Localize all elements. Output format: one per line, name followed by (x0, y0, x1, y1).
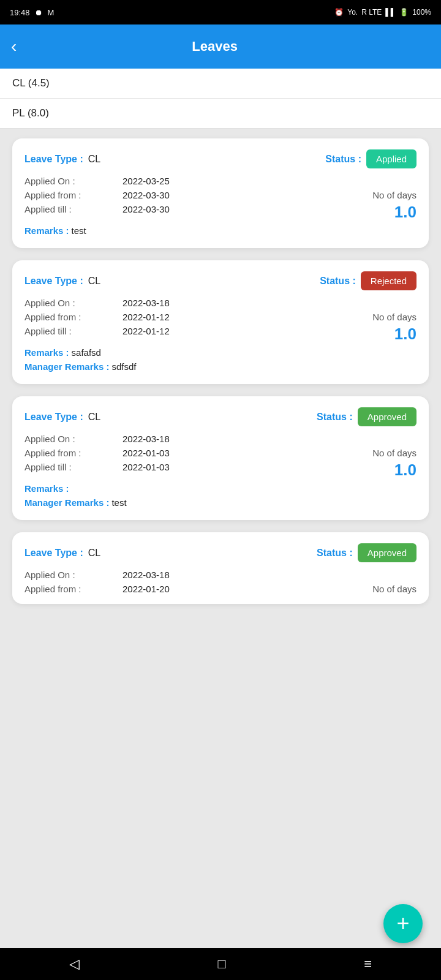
nav-menu-button[interactable]: ≡ (364, 956, 372, 972)
applied-on-row-2: Applied On : 2022-03-18 (24, 298, 417, 308)
status-badge-1: Applied (366, 149, 417, 168)
no-of-days-label-1: No of days (372, 190, 417, 200)
card-header-4: Leave Type : CL Status : Approved (24, 543, 417, 562)
alarm-icon: ⏰ (334, 8, 344, 17)
summary-cl: CL (4.5) (0, 69, 441, 99)
no-of-days-value-1: 1.0 (394, 203, 417, 222)
nav-home-button[interactable]: □ (217, 956, 225, 972)
leave-card-1: Leave Type : CL Status : Applied Applied… (12, 138, 429, 248)
status-icon-mail: M (48, 8, 55, 17)
leave-type-value-4: CL (88, 548, 100, 559)
summary-pl: PL (8.0) (0, 99, 441, 129)
leave-type-label-1: Leave Type : (24, 154, 83, 165)
bottom-nav: ◁ □ ≡ (0, 948, 441, 980)
card-days-4: Applied from : 2022-01-20 No of days (24, 584, 417, 598)
card-header-2: Leave Type : CL Status : Rejected (24, 271, 417, 290)
no-of-days-value-3: 1.0 (394, 461, 417, 480)
manager-remarks-row-2: Manager Remarks : sdfsdf (24, 361, 417, 372)
battery-icon: 🔋 (399, 8, 409, 17)
no-of-days-value-2: 1.0 (394, 325, 417, 344)
card-header-1: Leave Type : CL Status : Applied (24, 149, 417, 168)
status-right: ⏰ Yo. R LTE ▌▌ 🔋 100% (334, 8, 431, 17)
cards-container: Leave Type : CL Status : Applied Applied… (0, 129, 441, 614)
status-icon-p: ⏺ (35, 8, 43, 17)
fab-add-button[interactable]: + (383, 904, 423, 943)
card-header-3: Leave Type : CL Status : Approved (24, 407, 417, 426)
back-button[interactable]: ‹ (11, 38, 17, 55)
status-left: 19:48 ⏺ M (10, 8, 54, 17)
status-label-1: Status : (325, 154, 361, 165)
status-badge-3: Approved (358, 407, 417, 426)
top-bar: ‹ Leaves (0, 24, 441, 69)
signal-text: Yo. (347, 8, 358, 17)
leave-card-3: Leave Type : CL Status : Approved Applie… (12, 396, 429, 520)
leave-type-label-3: Leave Type : (24, 412, 83, 423)
applied-on-row-4: Applied On : 2022-03-18 (24, 570, 417, 580)
leave-type-value-1: CL (88, 154, 100, 165)
battery-percent: 100% (412, 8, 431, 17)
status-label-3: Status : (317, 412, 353, 423)
no-of-days-label-4: No of days (372, 584, 417, 594)
applied-on-row-3: Applied On : 2022-03-18 (24, 434, 417, 444)
status-label-4: Status : (317, 548, 353, 559)
summary-section: CL (4.5) PL (8.0) (0, 69, 441, 129)
remarks-row-3: Remarks : (24, 483, 417, 494)
signal-bars-icon: ▌▌ (385, 8, 396, 17)
status-badge-4: Approved (358, 543, 417, 562)
leave-type-value-3: CL (88, 412, 100, 423)
status-label-2: Status : (320, 276, 356, 287)
page-title: Leaves (29, 39, 401, 55)
applied-on-row-1: Applied On : 2022-03-25 (24, 176, 417, 186)
lte-icon: R LTE (361, 8, 382, 17)
leave-type-label-4: Leave Type : (24, 548, 83, 559)
remarks-row-2: Remarks : safafsd (24, 347, 417, 358)
leave-type-label-2: Leave Type : (24, 276, 83, 287)
leave-card-2: Leave Type : CL Status : Rejected Applie… (12, 260, 429, 384)
status-bar: 19:48 ⏺ M ⏰ Yo. R LTE ▌▌ 🔋 100% (0, 0, 441, 24)
no-of-days-label-3: No of days (372, 448, 417, 458)
card-days-2: Applied from : 2022-01-12 Applied till :… (24, 312, 417, 344)
nav-back-button[interactable]: ◁ (69, 956, 80, 972)
leave-card-4: Leave Type : CL Status : Approved Applie… (12, 532, 429, 604)
leave-type-value-2: CL (88, 276, 100, 287)
card-days-1: Applied from : 2022-03-30 Applied till :… (24, 190, 417, 222)
no-of-days-label-2: No of days (372, 312, 417, 322)
manager-remarks-row-3: Manager Remarks : test (24, 497, 417, 508)
card-days-3: Applied from : 2022-01-03 Applied till :… (24, 448, 417, 480)
remarks-row-1: Remarks : test (24, 225, 417, 236)
status-time: 19:48 (10, 8, 30, 17)
status-badge-2: Rejected (361, 271, 417, 290)
